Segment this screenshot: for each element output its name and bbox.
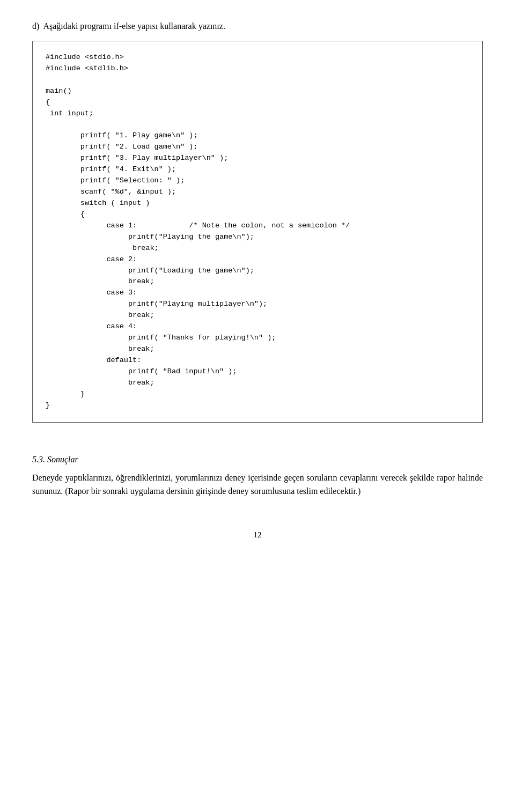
section-paragraph-1: Deneyde yaptıklarınızı, öğrendiklerinizi… xyxy=(32,471,483,498)
section-title: 5.3. Sonuçlar xyxy=(32,455,483,464)
section-header: d) Aşağıdaki programı if-else yapısı kul… xyxy=(32,21,483,31)
page-number: 12 xyxy=(32,530,483,540)
code-box: #include <stdio.h> #include <stdlib.h> m… xyxy=(32,41,483,423)
code-content: #include <stdio.h> #include <stdlib.h> m… xyxy=(46,52,469,411)
